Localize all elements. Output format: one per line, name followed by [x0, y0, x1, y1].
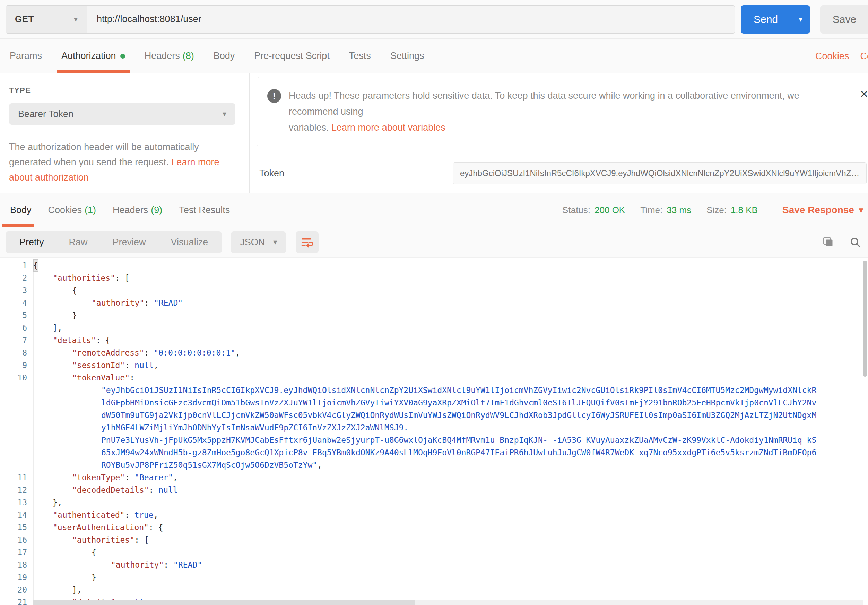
- indent-guide: [33, 471, 53, 484]
- line-content: "authorities": [: [33, 534, 149, 546]
- token-input[interactable]: eyJhbGciOiJSUzI1NiIsInR5cCI6IkpXVCJ9.eyJ…: [453, 162, 866, 184]
- code-line: 65xJM94w24xWNndH5b-gz8ZmHoe5go8eGcQ1Xpic…: [0, 446, 868, 459]
- json-punctuation: ,: [173, 471, 178, 484]
- tab-authorization[interactable]: Authorization: [52, 39, 135, 73]
- tab-pre-request-script[interactable]: Pre-request Script: [244, 39, 339, 73]
- json-punctuation: }: [72, 309, 77, 322]
- json-code: 1{2"authorities": [3{4"authority": "READ…: [0, 258, 868, 605]
- search-button[interactable]: [849, 236, 861, 248]
- cookies-link[interactable]: Cookies: [815, 51, 849, 62]
- line-content: }: [33, 571, 96, 583]
- send-options-dropdown[interactable]: ▾: [791, 5, 810, 34]
- json-value: "READ": [173, 559, 202, 571]
- response-tab-test-results[interactable]: Test Results: [170, 193, 238, 227]
- horizontal-scrollbar[interactable]: [33, 600, 863, 605]
- indent-guide: [33, 583, 53, 596]
- json-punctuation: {: [91, 546, 96, 559]
- json-key: "sessionId": [72, 359, 125, 371]
- indent-guide: [53, 409, 72, 421]
- response-meta-bar: BodyCookies(1)Headers(9)Test Results Sta…: [0, 193, 868, 227]
- close-icon[interactable]: ✕: [860, 89, 868, 99]
- line-number: 18: [0, 559, 27, 571]
- url-input[interactable]: http://localhost:8081/user: [87, 6, 735, 33]
- auth-type-select[interactable]: Bearer Token ▾: [9, 103, 236, 125]
- line-number: 21: [0, 596, 27, 605]
- indent-guide: [33, 334, 53, 347]
- method-select[interactable]: GET ▾: [6, 6, 87, 33]
- line-content: dW50Tm9uTG9ja2VkIjp0cnVlLCJjcmVkZW50aWFs…: [33, 409, 816, 421]
- code-link[interactable]: Code: [860, 51, 868, 62]
- vertical-scrollbar[interactable]: [863, 261, 867, 377]
- code-line: 4"authority": "READ": [0, 297, 868, 309]
- tab-settings[interactable]: Settings: [381, 39, 434, 73]
- indent-guide: [33, 284, 53, 297]
- tab-tests[interactable]: Tests: [339, 39, 381, 73]
- warning-banner: ! Heads up! These parameters hold sensit…: [257, 77, 868, 146]
- save-label: Save: [820, 5, 868, 34]
- line-number: 20: [0, 583, 27, 596]
- auth-description-text: The authorization header will be automat…: [9, 142, 199, 167]
- line-content: "decodedDetails": null: [33, 484, 178, 496]
- language-select[interactable]: JSON ▾: [231, 232, 286, 253]
- json-value: ldGFpbHMiOnsicGFzc3dvcmQiOm51bGwsInVzZXJ…: [101, 396, 816, 409]
- send-button[interactable]: Send ▾: [741, 5, 810, 34]
- json-punctuation: ,: [236, 347, 240, 359]
- learn-more-variables-link[interactable]: Learn more about variables: [332, 122, 445, 133]
- tab-label: Headers: [144, 51, 180, 61]
- line-content: "eyJhbGciOiJSUzI1NiIsInR5cCI6IkpXVCJ9.ey…: [33, 384, 816, 396]
- response-tab-headers[interactable]: Headers(9): [104, 193, 170, 227]
- tab-headers[interactable]: Headers(8): [135, 39, 204, 73]
- indent-guide: [72, 559, 91, 571]
- indent-guide: [33, 421, 53, 434]
- chevron-down-icon: ▾: [273, 238, 277, 246]
- indent-guide: [53, 421, 72, 434]
- copy-button[interactable]: [822, 236, 834, 248]
- response-tab-body[interactable]: Body: [2, 193, 40, 227]
- indent-guide: [33, 459, 53, 471]
- exclamation-icon: !: [267, 89, 281, 103]
- tab-label: Headers: [113, 205, 148, 215]
- indent-guide: [53, 446, 72, 459]
- view-raw[interactable]: Raw: [56, 232, 100, 253]
- view-pretty[interactable]: Pretty: [7, 232, 56, 253]
- indent-guide: [53, 371, 72, 384]
- response-tab-cookies[interactable]: Cookies(1): [40, 193, 105, 227]
- auth-description: The authorization header will be automat…: [9, 139, 234, 185]
- line-content: ldGFpbHMiOnsicGFzc3dvcmQiOm51bGwsInVzZXJ…: [33, 396, 816, 409]
- line-content: ],: [33, 322, 62, 334]
- view-visualize[interactable]: Visualize: [158, 232, 221, 253]
- line-content: "tokenType": "Bearer",: [33, 471, 178, 484]
- json-key: "authorities": [72, 534, 135, 546]
- save-response-button[interactable]: Save Response ▾: [783, 204, 863, 215]
- code-line: "eyJhbGciOiJSUzI1NiIsInR5cCI6IkpXVCJ9.ey…: [0, 384, 868, 396]
- time-label: Time:: [640, 205, 662, 215]
- tab-label: Tests: [349, 51, 371, 61]
- save-button[interactable]: Save ▾: [820, 5, 868, 34]
- line-number: 19: [0, 571, 27, 583]
- line-number: 3: [0, 284, 27, 297]
- tab-params[interactable]: Params: [0, 39, 52, 73]
- indent-guide: [53, 297, 72, 309]
- status-pair: Status: 200 OK: [562, 205, 625, 215]
- line-number: [0, 434, 27, 446]
- json-punctuation: :: [125, 471, 135, 484]
- indent-guide: [53, 534, 72, 546]
- json-key: "authority": [91, 297, 144, 309]
- status-value: 200 OK: [595, 205, 625, 215]
- indent-guide: [33, 322, 53, 334]
- indent-guide: [53, 583, 72, 596]
- tab-body[interactable]: Body: [204, 39, 245, 73]
- horizontal-scrollbar-thumb[interactable]: [33, 600, 415, 605]
- code-line: PnU7e3LYusVh-jFpUkG5Mx5ppzH7KVMJCabEsFft…: [0, 434, 868, 446]
- view-preview[interactable]: Preview: [100, 232, 158, 253]
- code-line: y1hMGE4LWZiMjliYmJhODNhYyIsImNsaWVudF9pZ…: [0, 421, 868, 434]
- postman-request-window: GET ▾ http://localhost:8081/user Send ▾ …: [0, 0, 868, 605]
- language-value: JSON: [240, 237, 265, 248]
- code-line: ldGFpbHMiOnsicGFzc3dvcmQiOm51bGwsInVzZXJ…: [0, 396, 868, 409]
- line-content: ],: [33, 583, 82, 596]
- request-links: Cookies Code: [815, 39, 868, 73]
- wrap-lines-button[interactable]: [296, 232, 319, 253]
- indent-guide: [33, 371, 53, 384]
- indent-guide: [53, 284, 72, 297]
- indent-guide: [53, 571, 72, 583]
